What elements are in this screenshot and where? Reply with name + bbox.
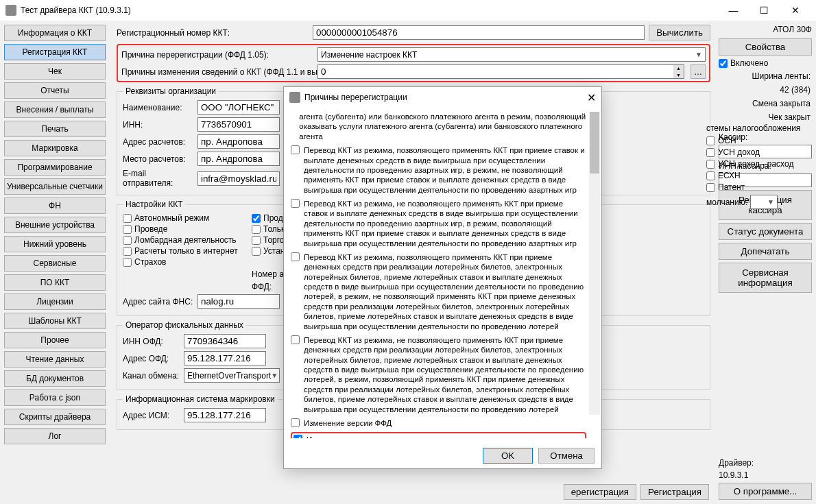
tax-check[interactable]: УСН доход [706,147,809,157]
ofd-inn-label: ИНН ОФД: [123,337,181,346]
nav-чтение-данных[interactable]: Чтение данных [4,351,106,368]
tax-legend: стемы налогообложения [706,123,809,133]
nav-шаблоны-ккт[interactable]: Шаблоны ККТ [4,313,106,329]
nav-прочее[interactable]: Прочее [4,332,106,348]
minimize-button[interactable]: — [718,0,749,21]
right-sidebar: АТОЛ 30Ф Свойства Включено Ширина ленты:… [715,21,816,504]
driver-label: Драйвер: [719,458,812,468]
reprint-button[interactable]: Допечатать [719,243,812,260]
org-addr-input[interactable] [197,134,280,149]
service-info-button[interactable]: Сервисная информация [719,263,812,293]
device-name: АТОЛ 30Ф [719,25,812,36]
tape-value: 42 (384) [719,84,812,95]
changes-reason-spinner[interactable]: ▲▼ [673,64,684,79]
org-place-input[interactable] [197,152,280,166]
changes-reason-input[interactable] [317,64,673,79]
app-icon [5,5,16,16]
ofd-legend: Оператор фискальных данных [123,320,246,330]
nav-печать[interactable]: Печать [4,121,106,137]
kkt-check[interactable]: Ломбардная деятельность [123,235,246,245]
chevron-down-icon: ▼ [271,372,278,379]
enabled-checkbox[interactable]: Включено [719,58,812,68]
tax-check[interactable]: ОСН [706,136,809,145]
reason-item[interactable]: Перевод ККТ из режима, не позволяющего п… [291,199,586,248]
tax-check[interactable]: ЕСХН [706,171,809,180]
about-button[interactable]: О программе... [719,483,812,500]
nav-внесения-выплаты[interactable]: Внесения / выплаты [4,101,106,118]
ofd-addr-input[interactable] [184,351,266,365]
kkt-fns-input[interactable] [197,294,280,309]
reason-item[interactable]: агента (субагента) или банковского плате… [291,112,586,141]
nav-регистрация-ккт[interactable]: Регистрация ККТ [4,44,106,60]
nav-маркировка[interactable]: Маркировка [4,140,106,156]
nav-по-ккт[interactable]: ПО ККТ [4,274,106,291]
org-email-input[interactable] [197,171,280,186]
tax-check[interactable]: УСН доход - расход [706,159,809,169]
dialog-close-icon[interactable]: ✕ [575,91,596,104]
org-addr-label: Адрес расчетов: [123,137,195,147]
dialog-title: Причины перерегистрации [304,93,575,102]
dialog-ok-button[interactable]: OK [483,448,533,464]
org-inn-input[interactable] [197,117,280,132]
nav-скрипты-драйвера[interactable]: Скрипты драйвера [4,409,106,425]
left-sidebar: Информация о ККТРегистрация ККТЧекОтчеты… [0,21,110,504]
nav-отчеты[interactable]: Отчеты [4,82,106,99]
reg-number-label: Регистрационный номер ККТ: [117,28,309,38]
nav-лог[interactable]: Лог [4,428,106,444]
maximize-button[interactable]: ☐ [749,0,780,21]
kkt-check[interactable]: Страхов [123,257,246,267]
ofd-chan-value: EthernetOverTransport [187,371,271,381]
org-name-input[interactable] [197,100,280,115]
nav-программирование[interactable]: Программирование [4,159,106,176]
reason-item[interactable]: Перевод ККТ из режима, позволяющего прим… [291,145,586,195]
check-status: Чек закрыт [719,112,812,123]
reg-number-input[interactable] [313,25,645,40]
reason-item[interactable]: Перевод ККТ из режима, не позволяющего п… [291,335,586,414]
nav-внешние-устройства[interactable]: Внешние устройства [4,217,106,233]
nav-чек[interactable]: Чек [4,63,106,80]
nav-фн[interactable]: ФН [4,197,106,214]
ism-addr-input[interactable] [184,408,266,422]
kkt-check[interactable]: Расчеты только в интернет [123,246,246,256]
reason-item[interactable]: Иные причины [291,432,586,438]
org-name-label: Наименование: [123,103,195,112]
rereg-reason-label: Причина перерегистрации (ФФД 1.05): [121,50,313,60]
nav-лицензии[interactable]: Лицензии [4,293,106,310]
nav-универсальные-счетчики[interactable]: Универсальные счетчики [4,178,106,195]
org-inn-label: ИНН: [123,120,195,130]
ofd-chan-select[interactable]: EthernetOverTransport▼ [184,368,280,383]
reason-item[interactable]: Изменение версии ФФД [291,418,586,428]
nav-нижний-уровень[interactable]: Нижний уровень [4,236,106,252]
doc-status-button[interactable]: Статус документа [719,223,812,240]
props-button[interactable]: Свойства [719,38,812,56]
changes-reason-browse-button[interactable]: … [691,64,706,79]
org-legend: Реквизиты организации [123,86,219,96]
nav-сервисные[interactable]: Сервисные [4,255,106,272]
nav-бд-документов[interactable]: БД документов [4,370,106,387]
kkt-check[interactable]: Автономный режим [123,213,246,223]
nav-информация-о-ккт[interactable]: Информация о ККТ [4,25,106,41]
register-button[interactable]: Регистрация [640,484,709,500]
tax-check[interactable]: Патент [706,182,809,192]
kkt-check[interactable]: Проведе [123,224,246,234]
close-button[interactable]: ✕ [780,0,811,21]
rereg-reason-select[interactable]: Изменение настроек ККТ ▼ [317,47,706,62]
ofd-addr-label: Адрес ОФД: [123,354,181,363]
kkt-legend: Настройки ККТ [123,200,185,209]
tax-group: стемы налогообложения ОСНУСН доходУСН до… [706,123,809,209]
ofd-inn-input[interactable] [184,334,266,348]
calc-button[interactable]: Вычислить [649,25,710,40]
bottom-buttons: ерегистрация Регистрация [564,484,709,500]
shift-status: Смена закрыта [719,98,812,109]
dialog-scrollbar[interactable] [589,112,600,415]
changes-reason-label: Причины изменения сведений о ККТ (ФФД 1.… [121,67,313,77]
rereg-button[interactable]: ерегистрация [564,484,636,500]
titlebar: Тест драйвера ККТ (10.9.3.1) — ☐ ✕ [0,0,816,21]
reason-item[interactable]: Перевод ККТ из режима, позволяющего прим… [291,252,586,331]
chevron-down-icon: ▼ [695,51,702,58]
tax-default-select[interactable]: ▼ [750,195,778,209]
window-title: Тест драйвера ККТ (10.9.3.1) [21,5,718,15]
dialog-cancel-button[interactable]: Отмена [538,448,595,464]
nav-работа-с-json[interactable]: Работа с json [4,389,106,406]
kkt-ffd-label: ФФД: [252,282,272,291]
